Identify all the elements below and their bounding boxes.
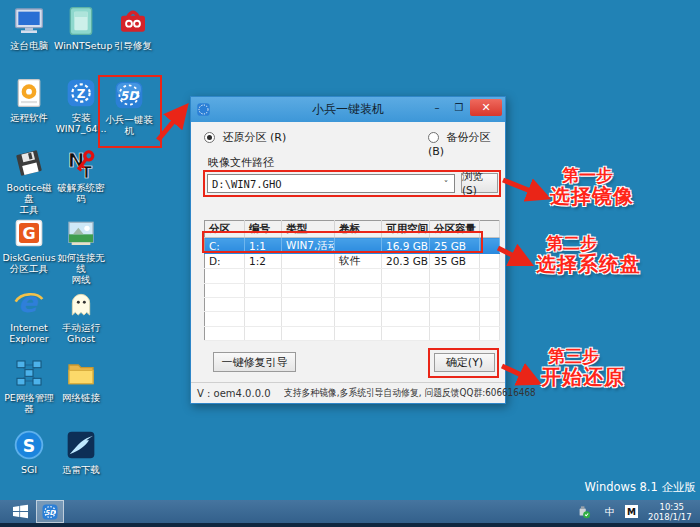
annotation-step-3: 第三步 开始还原 <box>541 347 625 388</box>
table-row-empty <box>205 283 500 297</box>
network-diagram-icon <box>12 356 46 390</box>
desktop-icon-ghost[interactable]: 手动运行 Ghost <box>54 286 108 344</box>
radio-selected-icon <box>204 132 215 143</box>
setup-box-icon <box>64 4 98 38</box>
icon-label: 安装 WIN7_64... <box>54 112 108 134</box>
radio-backup-partition[interactable]: 备份分区 (B) <box>428 130 505 158</box>
icon-label: Internet Explorer <box>2 322 56 344</box>
system-tray: 中 M 10:35 2018/1/17 <box>577 500 700 523</box>
dialog-titlebar[interactable]: 小兵一键装机 – ❒ ✕ <box>191 97 505 122</box>
icon-label: SGI <box>2 464 56 475</box>
annotation-step-2: 第二步 选择系统盘 <box>536 234 641 275</box>
desktop-icon-internet-explorer[interactable]: e Internet Explorer <box>2 286 56 344</box>
table-row-d[interactable]: D:1:2 软件 20.3 GB35 GB <box>205 253 500 268</box>
table-row-empty <box>205 326 500 340</box>
close-button[interactable]: ✕ <box>470 99 502 116</box>
taskbar: 5D 中 M 10:35 2018/1/17 <box>0 500 700 523</box>
installer-gear-icon: Z <box>64 76 98 110</box>
taskbar-bottom-edge <box>0 523 700 527</box>
desktop-icon-this-pc[interactable]: 这台电脑 <box>2 4 56 51</box>
desktop-icon-xiaobing[interactable]: 5D 小兵一键装机 <box>102 78 156 136</box>
annotation-step-1: 第一步 选择镜像 <box>550 166 634 207</box>
icon-label: 网络链接 <box>54 392 108 403</box>
ok-button[interactable]: 确定(Y) <box>434 353 495 372</box>
svg-text:S: S <box>23 436 35 456</box>
usb-safely-remove-icon[interactable] <box>577 505 591 519</box>
ie-icon: e <box>12 286 46 320</box>
floppy-disk-icon <box>12 146 46 180</box>
icon-label: Bootice磁盘 工具 <box>2 182 56 215</box>
svg-text:e: e <box>18 287 39 319</box>
desktop-icon-install-win7[interactable]: Z 安装 WIN7_64... <box>54 76 108 134</box>
desktop-icon-diskgenius[interactable]: G DiskGenius 分区工具 <box>2 216 56 274</box>
desktop-icon-winntsetup[interactable]: WinNTSetup <box>54 4 108 51</box>
arrow-step1 <box>503 180 543 196</box>
windows-logo-icon <box>11 502 30 521</box>
svg-text:5D: 5D <box>45 509 57 517</box>
taskbar-clock[interactable]: 10:35 2018/1/17 <box>648 502 700 522</box>
icon-label: WinNTSetup <box>54 40 108 51</box>
desktop: 这台电脑 WinNTSetup 引导修复 远程软件 Z <box>0 0 700 527</box>
svg-text:Z: Z <box>77 87 86 101</box>
icon-label: 引导修复 <box>106 40 160 51</box>
maximize-button[interactable]: ❒ <box>448 99 470 116</box>
desktop-icon-sgi[interactable]: S SGI <box>2 428 56 475</box>
desktop-icon-wireless-guide[interactable]: 如何连接无线 网线 <box>54 216 108 285</box>
icon-label: 手动运行 Ghost <box>54 322 108 344</box>
table-row-empty <box>205 312 500 326</box>
icon-label: 小兵一键装机 <box>102 114 156 136</box>
image-path-label: 映像文件路径 <box>208 155 274 170</box>
support-info-text: 支持多种镜像,多系统引导自动修复, 问题反馈QQ群:606616468 <box>284 386 536 400</box>
icon-label: 迅雷下载 <box>54 464 108 475</box>
xiaobing-install-dialog: 小兵一键装机 – ❒ ✕ 还原分区 (R) 备份分区 (B) 映像文件路径 D:… <box>190 96 506 404</box>
document-sun-icon <box>12 76 46 110</box>
repair-boot-button[interactable]: 一键修复引导 <box>213 352 296 372</box>
arrow-to-dialog <box>158 110 183 140</box>
start-button[interactable] <box>7 502 33 521</box>
icon-label: 远程软件 <box>2 112 56 123</box>
table-header-row: 分区编号 类型卷标 可用空间分区容量 <box>205 221 500 238</box>
taskbar-app-xiaobing[interactable]: 5D <box>36 500 64 523</box>
chevron-down-icon[interactable]: ˅ <box>438 179 454 189</box>
ime-language-indicator[interactable]: 中 <box>605 505 615 519</box>
browse-button[interactable]: 浏览(S) <box>461 173 498 193</box>
ime-mode-indicator[interactable]: M <box>625 505 638 518</box>
table-row-c-selected[interactable]: C:1:1 WIN7,活动 16.9 GB25 GB <box>205 238 500 253</box>
radio-unselected-icon <box>428 132 439 143</box>
icon-label: DiskGenius 分区工具 <box>2 252 56 274</box>
xiaobing-logo-icon: 5D <box>112 78 146 112</box>
minimize-button[interactable]: – <box>426 99 448 116</box>
icon-label: PE网络管理器 <box>2 392 56 414</box>
desktop-icon-xunlei[interactable]: 迅雷下载 <box>54 428 108 475</box>
photo-icon <box>64 216 98 250</box>
clock-time: 10:35 <box>648 502 684 512</box>
letter-key-icon: N T <box>64 146 98 180</box>
thunder-bird-icon <box>64 428 98 462</box>
desktop-icon-crack-password[interactable]: N T 破解系统密码 <box>54 146 108 204</box>
svg-text:5D: 5D <box>120 89 139 103</box>
xiaobing-logo-icon: 5D <box>41 503 59 521</box>
sgi-logo-icon: S <box>12 428 46 462</box>
table-row-empty <box>205 297 500 311</box>
image-path-value: D:\WIN7.GHO <box>208 178 438 190</box>
arrow-step3 <box>502 366 534 381</box>
desktop-icon-bootice[interactable]: Bootice磁盘 工具 <box>2 146 56 215</box>
computer-icon <box>12 4 46 38</box>
desktop-icon-boot-repair[interactable]: 引导修复 <box>106 4 160 51</box>
icon-label: 这台电脑 <box>2 40 56 51</box>
os-edition-label: Windows 8.1 企业版 <box>585 480 696 495</box>
clock-date: 2018/1/17 <box>648 512 684 522</box>
image-path-combobox[interactable]: D:\WIN7.GHO ˅ <box>207 174 455 193</box>
desktop-icon-network-links[interactable]: 网络链接 <box>54 356 108 403</box>
desktop-icon-remote-software[interactable]: 远程软件 <box>2 76 56 123</box>
icon-label: 如何连接无线 网线 <box>54 252 108 285</box>
ghost-icon <box>64 286 98 320</box>
radio-restore-partition[interactable]: 还原分区 (R) <box>204 130 286 145</box>
diskgenius-logo-icon: G <box>12 216 46 250</box>
icon-label: 破解系统密码 <box>54 182 108 204</box>
partition-table: 分区编号 类型卷标 可用空间分区容量 C:1:1 WIN7,活动 16.9 GB… <box>204 220 500 341</box>
svg-text:G: G <box>22 224 35 243</box>
desktop-icon-pe-network-manager[interactable]: PE网络管理器 <box>2 356 56 414</box>
version-text: V : oem4.0.0.0 <box>191 388 277 399</box>
folder-icon <box>64 356 98 390</box>
